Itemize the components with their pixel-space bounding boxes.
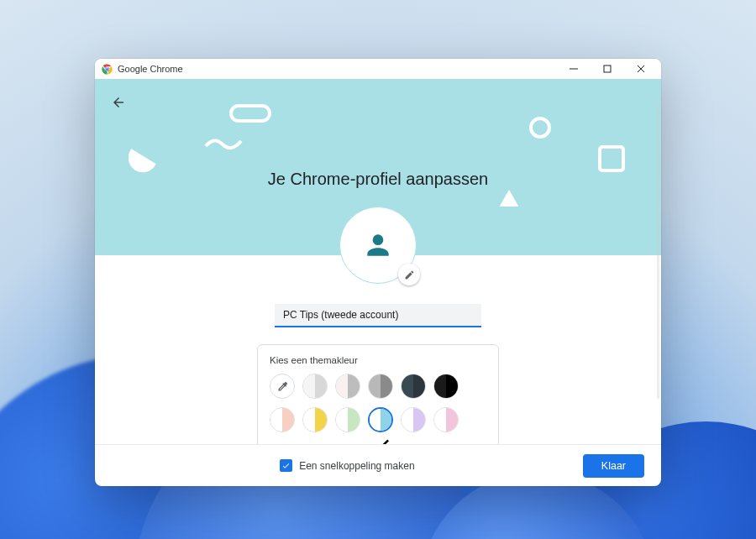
titlebar: Google Chrome	[95, 59, 661, 79]
edit-avatar-button[interactable]	[398, 264, 420, 285]
svg-point-9	[531, 118, 549, 137]
svg-point-3	[106, 67, 108, 70]
person-icon	[362, 229, 394, 261]
color-swatch[interactable]	[433, 407, 459, 432]
svg-rect-10	[600, 147, 623, 170]
profile-name-field	[275, 304, 481, 327]
eyedropper-icon	[276, 380, 289, 393]
checkbox-checked-icon	[280, 459, 292, 472]
done-button[interactable]: Klaar	[583, 454, 644, 478]
avatar	[339, 207, 417, 284]
color-swatch[interactable]	[433, 374, 459, 399]
deco-squiggle-icon	[204, 134, 244, 154]
deco-pill-icon	[229, 104, 271, 126]
svg-rect-5	[604, 65, 611, 72]
color-swatch[interactable]	[302, 374, 328, 399]
minimize-button[interactable]	[557, 59, 591, 79]
color-picker-swatch[interactable]	[270, 374, 295, 399]
color-swatch[interactable]	[368, 374, 393, 399]
arrow-left-icon	[111, 95, 126, 110]
deco-circle-icon	[528, 116, 552, 143]
chrome-window: Google Chrome Je Chrome-profiel aanpasse…	[95, 59, 661, 486]
swatch-row	[270, 374, 486, 399]
color-swatch[interactable]	[401, 374, 426, 399]
footer: Een snelkoppeling maken Klaar	[95, 444, 661, 486]
scrollbar[interactable]	[657, 104, 659, 399]
color-swatch[interactable]	[368, 407, 393, 432]
checkmark-icon	[368, 432, 393, 444]
color-swatch[interactable]	[302, 407, 328, 432]
color-swatch[interactable]	[270, 407, 295, 432]
shortcut-toggle[interactable]: Een snelkoppeling maken	[112, 459, 583, 472]
back-button[interactable]	[105, 89, 132, 116]
close-button[interactable]	[624, 59, 658, 79]
color-swatch[interactable]	[335, 407, 360, 432]
profile-name-input[interactable]	[275, 304, 481, 327]
chrome-logo-icon	[102, 64, 113, 75]
color-swatch[interactable]	[401, 407, 426, 432]
window-title: Google Chrome	[118, 64, 183, 74]
color-swatch[interactable]	[335, 374, 360, 399]
svg-rect-8	[231, 106, 270, 121]
swatch-row	[270, 407, 486, 444]
theme-card: Kies een themakleur	[257, 344, 499, 444]
shortcut-label: Een snelkoppeling maken	[299, 460, 414, 472]
page-title: Je Chrome-profiel aanpassen	[95, 170, 661, 189]
content-area: Je Chrome-profiel aanpassen Kies een the…	[95, 79, 661, 444]
deco-triangle-icon	[500, 190, 518, 212]
theme-label: Kies een themakleur	[270, 355, 486, 365]
maximize-button[interactable]	[591, 59, 624, 79]
pencil-icon	[404, 270, 415, 280]
